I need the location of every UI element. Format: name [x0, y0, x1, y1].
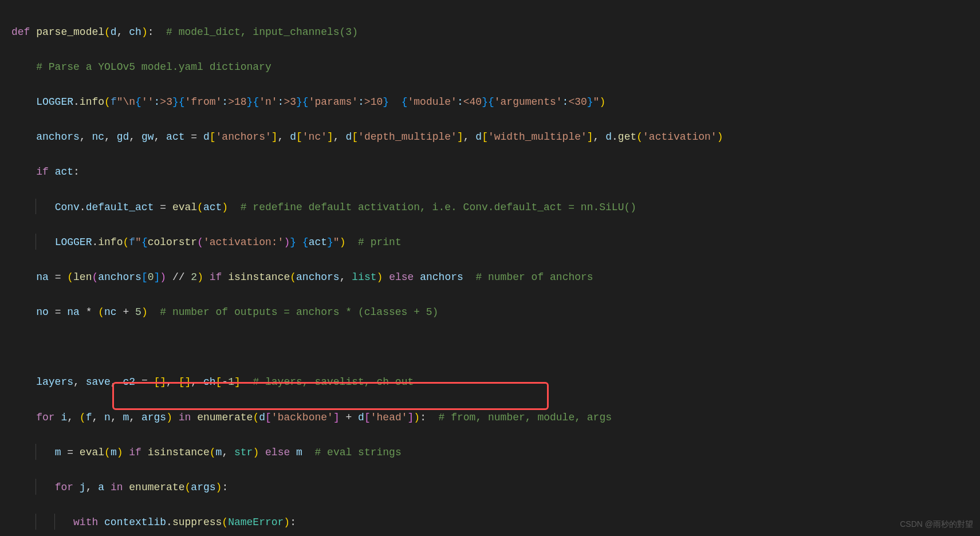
code-line: if act: [11, 163, 980, 181]
code-line: def parse_model(d, ch): # model_dict, in… [11, 23, 980, 41]
code-line: for i, (f, n, m, args) in enumerate(d['b… [11, 409, 980, 427]
code-line: no = na * (nc + 5) # number of outputs =… [11, 304, 980, 321]
code-editor[interactable]: def parse_model(d, ch): # model_dict, in… [0, 0, 980, 536]
code-line: LOGGER.info(f"\n{'':>3}{'from':>18}{'n':… [11, 93, 980, 111]
code-line: for j, a in enumerate(args): [11, 479, 980, 496]
code-line: na = (len(anchors[0]) // 2) if isinstanc… [11, 269, 980, 286]
code-line: Conv.default_act = eval(act) # redefine … [11, 199, 980, 216]
code-line: m = eval(m) if isinstance(m, str) else m… [11, 444, 980, 462]
code-line: with contextlib.suppress(NameError): [11, 514, 980, 531]
watermark-text: CSDN @雨秒的對望 [900, 518, 973, 531]
code-line: # Parse a YOLOv5 model.yaml dictionary [11, 58, 980, 76]
code-line: layers, save, c2 = [], [], ch[-1] # laye… [11, 373, 980, 391]
code-line: LOGGER.info(f"{colorstr('activation:')} … [11, 234, 980, 251]
code-line: anchors, nc, gd, gw, act = d['anchors'],… [11, 128, 980, 146]
code-line [11, 338, 980, 356]
